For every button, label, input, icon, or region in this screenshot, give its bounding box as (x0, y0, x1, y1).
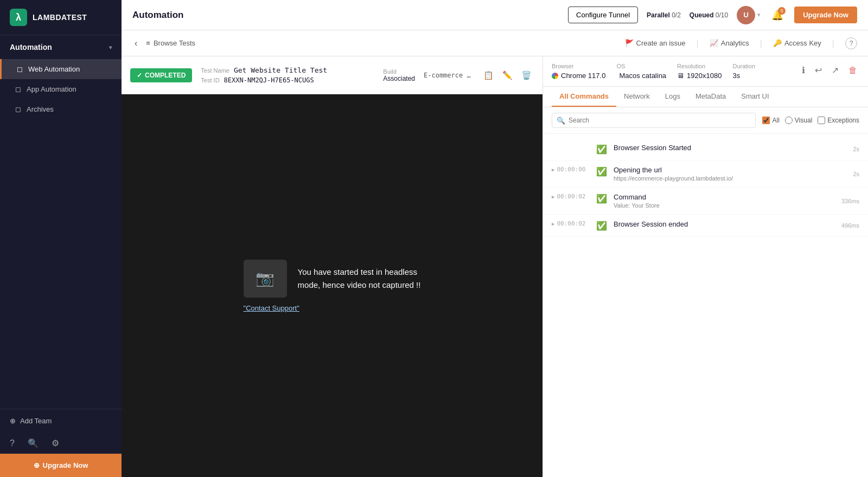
add-team-button[interactable]: ⊕ Add Team (0, 409, 122, 433)
test-actions: 📋 ✏️ 🗑️ (481, 68, 534, 82)
duration-value-row: 3s (732, 72, 755, 80)
filter-exceptions[interactable]: Exceptions (818, 117, 859, 124)
build-label: Build (383, 68, 415, 75)
parallel-stat: Parallel 0/2 (647, 11, 681, 19)
upgrade-bar-button[interactable]: ⊕ Upgrade Now (0, 454, 122, 477)
create-issue-icon: 🚩 (625, 39, 634, 47)
command-duration: 336ms (841, 198, 859, 204)
tab-metadata[interactable]: MetaData (688, 87, 733, 107)
tab-smart-ui[interactable]: Smart UI (733, 87, 776, 107)
delete-icon[interactable]: 🗑️ (519, 68, 534, 82)
key-icon: 🔑 (773, 39, 782, 47)
configure-tunnel-button[interactable]: Configure Tunnel (568, 7, 638, 23)
headless-title: You have started test in headless (298, 266, 421, 279)
delete-test-button[interactable]: 🗑 (846, 63, 859, 78)
filter-exceptions-label: Exceptions (827, 117, 859, 124)
sidebar-label-archives: Archives (27, 105, 54, 113)
filter-visual-label: Visual (795, 117, 812, 124)
help-icon[interactable]: ? (10, 439, 15, 448)
notifications-button[interactable]: 🔔 5 (769, 7, 786, 23)
browser-label: Browser (552, 63, 605, 69)
notification-badge: 5 (778, 7, 786, 15)
headless-message-inner: 📷 You have started test in headless mode… (244, 260, 421, 298)
avatar: U (737, 6, 755, 24)
browser-info-bar: Browser Chrome 117.0 OS Macos catalina R… (543, 56, 868, 87)
duration-info-group: Duration 3s (732, 63, 755, 80)
back-button[interactable]: ‹ (132, 36, 139, 50)
tab-network[interactable]: Network (616, 87, 658, 107)
access-key-button[interactable]: 🔑 Access Key (773, 39, 821, 47)
user-avatar-area[interactable]: U ▾ (737, 6, 761, 24)
search-wrapper: 🔍 (552, 113, 756, 128)
duration-label: Duration (732, 63, 755, 69)
contact-support-link[interactable]: "Contact Support" (244, 304, 299, 312)
tab-logs[interactable]: Logs (658, 87, 688, 107)
logo-icon: λ (10, 9, 27, 26)
command-details: Command Value: Your Store (614, 193, 835, 209)
command-row: ✅ Browser Session Started 2s (543, 138, 868, 160)
archives-icon: ◻ (15, 105, 21, 113)
command-timestamp: ▶ 00:00:02 (552, 220, 590, 227)
divider3: | (832, 38, 834, 48)
monitor-icon: 🖥 (677, 72, 684, 80)
build-associated-label: Associated (383, 75, 415, 82)
headless-message: 📷 You have started test in headless mode… (244, 260, 421, 312)
edit-icon[interactable]: ✏️ (500, 68, 515, 82)
create-issue-button[interactable]: 🚩 Create an issue (625, 39, 686, 47)
filter-visual-radio[interactable] (785, 117, 793, 124)
avatar-chevron-icon: ▾ (757, 11, 761, 18)
filter-exceptions-checkbox[interactable] (818, 117, 825, 124)
os-value: Macos catalina (619, 72, 666, 80)
camera-off-icon: 📷 (244, 260, 287, 298)
resolution-label: Resolution (677, 63, 722, 69)
duration-value: 3s (732, 72, 740, 80)
play-icon[interactable]: ▶ (552, 221, 554, 227)
command-duration: 2s (853, 171, 859, 177)
web-automation-icon: ◻ (17, 65, 23, 73)
sidebar-item-archives[interactable]: ◻ Archives (0, 99, 122, 119)
divider2: | (760, 38, 762, 48)
chevron-down-icon: ▾ (109, 44, 112, 50)
filter-group: All Visual Exceptions (762, 117, 859, 124)
play-icon[interactable]: ▶ (552, 194, 554, 199)
sidebar-logo: λ LAMBDATEST (0, 0, 122, 35)
command-name: Browser Session ended (614, 220, 835, 228)
test-info-bar: ✓ COMPLETED Test Name Get Website Title … (122, 56, 542, 94)
test-id-value: 8EXXN-NM2QJ-H7E65-NCUGS (224, 76, 314, 84)
build-value: E-commerce w... (424, 72, 473, 79)
info-button[interactable]: ℹ (800, 63, 807, 78)
left-panel: ✓ COMPLETED Test Name Get Website Title … (122, 56, 542, 477)
share-button[interactable]: ↗ (829, 63, 841, 78)
command-row: ▶ 00:00:00 ✅ Opening the url https://eco… (543, 160, 868, 188)
resolution-value-row: 🖥 1920x1080 (677, 72, 722, 80)
test-name-label: Test Name (201, 67, 229, 74)
search-input[interactable] (552, 113, 756, 128)
resolution-value: 1920x1080 (687, 72, 722, 80)
status-label: COMPLETED (145, 72, 186, 79)
analytics-icon: 📈 (710, 39, 718, 47)
sidebar-label-web-automation: Web Automation (28, 65, 80, 73)
sidebar-item-web-automation[interactable]: ◻ Web Automation (0, 59, 122, 79)
tab-all-commands[interactable]: All Commands (552, 87, 616, 107)
command-name: Command (614, 193, 835, 201)
sidebar-section-automation[interactable]: Automation ▾ (0, 35, 122, 59)
parallel-label: Parallel (647, 11, 670, 19)
filter-all-checkbox[interactable] (762, 117, 770, 124)
browse-tests-link[interactable]: ≡ Browse Tests (146, 39, 195, 47)
settings-icon[interactable]: ⚙ (52, 438, 59, 448)
sidebar-item-app-automation[interactable]: ◻ App Automation (0, 79, 122, 99)
analytics-button[interactable]: 📈 Analytics (710, 39, 749, 47)
search-bottom-icon[interactable]: 🔍 (28, 438, 39, 448)
filter-visual[interactable]: Visual (785, 117, 812, 124)
filter-all[interactable]: All (762, 117, 779, 124)
headless-subtitle: mode, hence video not captured !! (298, 279, 421, 292)
filter-all-label: All (772, 117, 779, 124)
upgrade-now-button[interactable]: Upgrade Now (794, 7, 857, 23)
commands-list: ✅ Browser Session Started 2s ▶ 00:00:00 … (543, 134, 868, 477)
browser-value-row: Chrome 117.0 (552, 72, 605, 80)
help-button[interactable]: ? (845, 37, 857, 49)
copy-icon[interactable]: 📋 (481, 68, 496, 82)
undo-button[interactable]: ↩ (813, 63, 824, 78)
command-name: Browser Session Started (614, 144, 846, 152)
play-icon[interactable]: ▶ (552, 167, 554, 172)
